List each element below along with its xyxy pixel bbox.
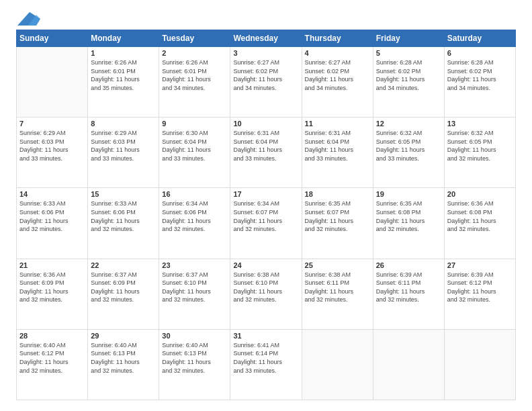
day-info: Sunrise: 6:32 AM Sunset: 6:05 PM Dayligh… — [376, 129, 441, 163]
day-number: 24 — [233, 261, 298, 269]
day-number: 14 — [19, 190, 85, 198]
day-info: Sunrise: 6:32 AM Sunset: 6:05 PM Dayligh… — [447, 129, 513, 163]
day-info: Sunrise: 6:28 AM Sunset: 6:02 PM Dayligh… — [447, 58, 513, 92]
calendar-week-row: 1Sunrise: 6:26 AM Sunset: 6:01 PM Daylig… — [17, 47, 516, 118]
day-number: 26 — [376, 261, 441, 269]
day-number: 8 — [91, 120, 156, 128]
table-row: 25Sunrise: 6:38 AM Sunset: 6:11 PM Dayli… — [302, 259, 373, 329]
col-header-sunday: Sunday — [17, 30, 88, 47]
day-info: Sunrise: 6:37 AM Sunset: 6:09 PM Dayligh… — [91, 271, 156, 304]
table-row — [302, 329, 373, 400]
day-info: Sunrise: 6:27 AM Sunset: 6:02 PM Dayligh… — [305, 58, 370, 92]
calendar-header-row: Sunday Monday Tuesday Wednesday Thursday… — [17, 30, 516, 47]
table-row — [444, 329, 515, 400]
table-row: 1Sunrise: 6:26 AM Sunset: 6:01 PM Daylig… — [88, 47, 159, 118]
table-row: 23Sunrise: 6:37 AM Sunset: 6:10 PM Dayli… — [159, 259, 230, 329]
table-row: 17Sunrise: 6:34 AM Sunset: 6:07 PM Dayli… — [230, 188, 302, 259]
table-row: 10Sunrise: 6:31 AM Sunset: 6:04 PM Dayli… — [230, 118, 302, 188]
table-row: 31Sunrise: 6:41 AM Sunset: 6:14 PM Dayli… — [230, 329, 302, 400]
day-number: 10 — [233, 120, 298, 128]
day-number: 7 — [19, 120, 85, 128]
day-info: Sunrise: 6:31 AM Sunset: 6:04 PM Dayligh… — [233, 129, 298, 163]
day-number: 28 — [19, 332, 85, 340]
day-info: Sunrise: 6:38 AM Sunset: 6:11 PM Dayligh… — [305, 271, 370, 304]
day-number: 15 — [91, 190, 156, 198]
col-header-saturday: Saturday — [444, 30, 515, 47]
table-row: 4Sunrise: 6:27 AM Sunset: 6:02 PM Daylig… — [302, 47, 373, 118]
day-number: 12 — [376, 120, 441, 128]
table-row: 11Sunrise: 6:31 AM Sunset: 6:04 PM Dayli… — [302, 118, 373, 188]
day-info: Sunrise: 6:31 AM Sunset: 6:04 PM Dayligh… — [305, 129, 370, 163]
day-info: Sunrise: 6:33 AM Sunset: 6:06 PM Dayligh… — [19, 199, 85, 233]
day-number: 17 — [233, 190, 298, 198]
day-number: 2 — [162, 49, 227, 57]
day-info: Sunrise: 6:41 AM Sunset: 6:14 PM Dayligh… — [233, 341, 298, 375]
logo-icon — [17, 12, 40, 27]
table-row: 29Sunrise: 6:40 AM Sunset: 6:13 PM Dayli… — [88, 329, 159, 400]
table-row: 3Sunrise: 6:27 AM Sunset: 6:02 PM Daylig… — [230, 47, 302, 118]
day-info: Sunrise: 6:35 AM Sunset: 6:08 PM Dayligh… — [376, 199, 441, 233]
day-number: 19 — [376, 190, 441, 198]
day-info: Sunrise: 6:39 AM Sunset: 6:12 PM Dayligh… — [447, 271, 513, 304]
table-row: 12Sunrise: 6:32 AM Sunset: 6:05 PM Dayli… — [373, 118, 444, 188]
day-info: Sunrise: 6:27 AM Sunset: 6:02 PM Dayligh… — [233, 58, 298, 92]
day-info: Sunrise: 6:36 AM Sunset: 6:08 PM Dayligh… — [447, 199, 513, 233]
table-row: 13Sunrise: 6:32 AM Sunset: 6:05 PM Dayli… — [444, 118, 515, 188]
day-info: Sunrise: 6:33 AM Sunset: 6:06 PM Dayligh… — [91, 199, 156, 233]
table-row: 28Sunrise: 6:40 AM Sunset: 6:12 PM Dayli… — [17, 329, 88, 400]
calendar-week-row: 28Sunrise: 6:40 AM Sunset: 6:12 PM Dayli… — [17, 329, 516, 400]
day-number: 6 — [447, 49, 513, 57]
table-row: 7Sunrise: 6:29 AM Sunset: 6:03 PM Daylig… — [17, 118, 88, 188]
calendar-week-row: 14Sunrise: 6:33 AM Sunset: 6:06 PM Dayli… — [17, 188, 516, 259]
day-number: 16 — [162, 190, 227, 198]
day-info: Sunrise: 6:38 AM Sunset: 6:10 PM Dayligh… — [233, 271, 298, 304]
day-number: 23 — [162, 261, 227, 269]
day-info: Sunrise: 6:34 AM Sunset: 6:07 PM Dayligh… — [233, 199, 298, 233]
calendar-week-row: 21Sunrise: 6:36 AM Sunset: 6:09 PM Dayli… — [17, 259, 516, 329]
day-info: Sunrise: 6:26 AM Sunset: 6:01 PM Dayligh… — [162, 58, 227, 92]
table-row: 9Sunrise: 6:30 AM Sunset: 6:04 PM Daylig… — [159, 118, 230, 188]
table-row: 22Sunrise: 6:37 AM Sunset: 6:09 PM Dayli… — [88, 259, 159, 329]
day-number: 1 — [91, 49, 156, 57]
col-header-wednesday: Wednesday — [230, 30, 302, 47]
logo — [16, 13, 40, 23]
table-row: 21Sunrise: 6:36 AM Sunset: 6:09 PM Dayli… — [17, 259, 88, 329]
day-info: Sunrise: 6:36 AM Sunset: 6:09 PM Dayligh… — [19, 271, 85, 304]
day-number: 30 — [162, 332, 227, 340]
table-row: 30Sunrise: 6:40 AM Sunset: 6:13 PM Dayli… — [159, 329, 230, 400]
table-row: 2Sunrise: 6:26 AM Sunset: 6:01 PM Daylig… — [159, 47, 230, 118]
col-header-friday: Friday — [373, 30, 444, 47]
table-row: 6Sunrise: 6:28 AM Sunset: 6:02 PM Daylig… — [444, 47, 515, 118]
day-info: Sunrise: 6:35 AM Sunset: 6:07 PM Dayligh… — [305, 199, 370, 233]
table-row — [373, 329, 444, 400]
table-row: 5Sunrise: 6:28 AM Sunset: 6:02 PM Daylig… — [373, 47, 444, 118]
day-info: Sunrise: 6:28 AM Sunset: 6:02 PM Dayligh… — [376, 58, 441, 92]
table-row: 27Sunrise: 6:39 AM Sunset: 6:12 PM Dayli… — [444, 259, 515, 329]
table-row: 18Sunrise: 6:35 AM Sunset: 6:07 PM Dayli… — [302, 188, 373, 259]
day-number: 11 — [305, 120, 370, 128]
day-number: 27 — [447, 261, 513, 269]
table-row: 24Sunrise: 6:38 AM Sunset: 6:10 PM Dayli… — [230, 259, 302, 329]
calendar-table: Sunday Monday Tuesday Wednesday Thursday… — [16, 30, 516, 400]
day-number: 18 — [305, 190, 370, 198]
day-number: 13 — [447, 120, 513, 128]
table-row: 20Sunrise: 6:36 AM Sunset: 6:08 PM Dayli… — [444, 188, 515, 259]
col-header-monday: Monday — [88, 30, 159, 47]
day-number: 29 — [91, 332, 156, 340]
day-number: 4 — [305, 49, 370, 57]
table-row: 15Sunrise: 6:33 AM Sunset: 6:06 PM Dayli… — [88, 188, 159, 259]
table-row: 16Sunrise: 6:34 AM Sunset: 6:06 PM Dayli… — [159, 188, 230, 259]
day-info: Sunrise: 6:40 AM Sunset: 6:13 PM Dayligh… — [91, 341, 156, 375]
day-number: 25 — [305, 261, 370, 269]
col-header-tuesday: Tuesday — [159, 30, 230, 47]
calendar-week-row: 7Sunrise: 6:29 AM Sunset: 6:03 PM Daylig… — [17, 118, 516, 188]
day-info: Sunrise: 6:40 AM Sunset: 6:13 PM Dayligh… — [162, 341, 227, 375]
table-row: 8Sunrise: 6:29 AM Sunset: 6:03 PM Daylig… — [88, 118, 159, 188]
day-info: Sunrise: 6:29 AM Sunset: 6:03 PM Dayligh… — [19, 129, 85, 163]
day-info: Sunrise: 6:40 AM Sunset: 6:12 PM Dayligh… — [19, 341, 85, 375]
day-number: 9 — [162, 120, 227, 128]
day-number: 3 — [233, 49, 298, 57]
table-row: 19Sunrise: 6:35 AM Sunset: 6:08 PM Dayli… — [373, 188, 444, 259]
table-row: 26Sunrise: 6:39 AM Sunset: 6:11 PM Dayli… — [373, 259, 444, 329]
day-number: 31 — [233, 332, 298, 340]
